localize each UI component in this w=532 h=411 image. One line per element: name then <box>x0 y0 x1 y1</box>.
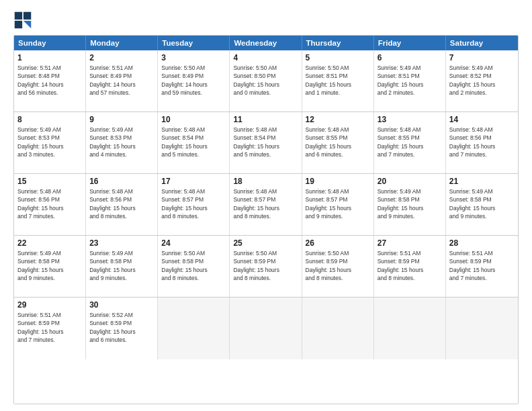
day-cell-10: 10Sunrise: 5:48 AM Sunset: 8:54 PM Dayli… <box>158 112 230 173</box>
day-info: Sunrise: 5:50 AM Sunset: 8:59 PM Dayligh… <box>306 249 370 282</box>
day-info: Sunrise: 5:49 AM Sunset: 8:53 PM Dayligh… <box>17 126 82 158</box>
day-number: 17 <box>161 177 226 186</box>
day-cell-27: 27Sunrise: 5:51 AM Sunset: 8:59 PM Dayli… <box>374 236 446 297</box>
day-number: 18 <box>233 177 298 186</box>
day-number: 13 <box>378 115 442 124</box>
day-info: Sunrise: 5:49 AM Sunset: 8:52 PM Dayligh… <box>449 64 515 97</box>
header-day-wednesday: Wednesday <box>230 36 302 50</box>
day-number: 7 <box>449 53 515 62</box>
day-number: 22 <box>17 238 82 248</box>
day-cell-6: 6Sunrise: 5:49 AM Sunset: 8:51 PM Daylig… <box>374 50 446 111</box>
day-info: Sunrise: 5:49 AM Sunset: 8:58 PM Dayligh… <box>89 249 154 282</box>
day-number: 30 <box>89 300 154 310</box>
day-cell-8: 8Sunrise: 5:49 AM Sunset: 8:53 PM Daylig… <box>14 112 86 173</box>
logo <box>13 11 35 30</box>
day-cell-3: 3Sunrise: 5:50 AM Sunset: 8:49 PM Daylig… <box>158 50 230 111</box>
day-number: 16 <box>89 177 154 186</box>
page: SundayMondayTuesdayWednesdayThursdayFrid… <box>0 0 532 411</box>
day-number: 25 <box>233 238 298 248</box>
day-number: 6 <box>378 53 442 62</box>
week-row-5: 29Sunrise: 5:51 AM Sunset: 8:59 PM Dayli… <box>14 298 518 359</box>
week-row-2: 8Sunrise: 5:49 AM Sunset: 8:53 PM Daylig… <box>14 112 518 174</box>
day-cell-empty <box>374 298 446 359</box>
day-cell-26: 26Sunrise: 5:50 AM Sunset: 8:59 PM Dayli… <box>302 236 374 297</box>
day-cell-16: 16Sunrise: 5:48 AM Sunset: 8:56 PM Dayli… <box>86 174 158 235</box>
day-info: Sunrise: 5:48 AM Sunset: 8:54 PM Dayligh… <box>233 126 298 158</box>
day-number: 12 <box>306 115 370 124</box>
day-info: Sunrise: 5:49 AM Sunset: 8:51 PM Dayligh… <box>378 64 442 97</box>
day-cell-30: 30Sunrise: 5:52 AM Sunset: 8:59 PM Dayli… <box>86 298 158 359</box>
day-cell-7: 7Sunrise: 5:49 AM Sunset: 8:52 PM Daylig… <box>446 50 518 111</box>
day-info: Sunrise: 5:50 AM Sunset: 8:58 PM Dayligh… <box>161 249 226 282</box>
header-day-friday: Friday <box>374 36 446 50</box>
calendar: SundayMondayTuesdayWednesdayThursdayFrid… <box>13 35 519 404</box>
day-info: Sunrise: 5:48 AM Sunset: 8:56 PM Dayligh… <box>449 126 515 158</box>
day-cell-19: 19Sunrise: 5:48 AM Sunset: 8:57 PM Dayli… <box>302 174 374 235</box>
week-row-1: 1Sunrise: 5:51 AM Sunset: 8:48 PM Daylig… <box>14 50 518 112</box>
day-cell-14: 14Sunrise: 5:48 AM Sunset: 8:56 PM Dayli… <box>446 112 518 173</box>
day-cell-12: 12Sunrise: 5:48 AM Sunset: 8:55 PM Dayli… <box>302 112 374 173</box>
day-number: 21 <box>449 177 515 186</box>
day-cell-15: 15Sunrise: 5:48 AM Sunset: 8:56 PM Dayli… <box>14 174 86 235</box>
day-info: Sunrise: 5:48 AM Sunset: 8:56 PM Dayligh… <box>89 187 154 220</box>
day-info: Sunrise: 5:49 AM Sunset: 8:58 PM Dayligh… <box>449 187 515 220</box>
day-number: 9 <box>89 115 154 124</box>
day-cell-17: 17Sunrise: 5:48 AM Sunset: 8:57 PM Dayli… <box>158 174 230 235</box>
day-cell-22: 22Sunrise: 5:49 AM Sunset: 8:58 PM Dayli… <box>14 236 86 297</box>
day-cell-21: 21Sunrise: 5:49 AM Sunset: 8:58 PM Dayli… <box>446 174 518 235</box>
header-day-monday: Monday <box>86 36 158 50</box>
day-info: Sunrise: 5:49 AM Sunset: 8:53 PM Dayligh… <box>89 126 154 158</box>
day-cell-18: 18Sunrise: 5:48 AM Sunset: 8:57 PM Dayli… <box>230 174 302 235</box>
day-cell-empty <box>446 298 518 359</box>
day-cell-2: 2Sunrise: 5:51 AM Sunset: 8:49 PM Daylig… <box>86 50 158 111</box>
day-cell-empty <box>302 298 374 359</box>
day-info: Sunrise: 5:51 AM Sunset: 8:49 PM Dayligh… <box>89 64 154 97</box>
day-info: Sunrise: 5:51 AM Sunset: 8:59 PM Dayligh… <box>449 249 515 282</box>
logo-icon <box>13 11 32 30</box>
day-info: Sunrise: 5:51 AM Sunset: 8:59 PM Dayligh… <box>378 249 442 282</box>
day-number: 19 <box>306 177 370 186</box>
svg-rect-2 <box>15 21 22 28</box>
day-cell-5: 5Sunrise: 5:50 AM Sunset: 8:51 PM Daylig… <box>302 50 374 111</box>
day-number: 20 <box>378 177 442 186</box>
day-cell-25: 25Sunrise: 5:50 AM Sunset: 8:59 PM Dayli… <box>230 236 302 297</box>
day-cell-28: 28Sunrise: 5:51 AM Sunset: 8:59 PM Dayli… <box>446 236 518 297</box>
day-number: 1 <box>17 53 82 62</box>
day-number: 29 <box>17 300 82 310</box>
day-number: 15 <box>17 177 82 186</box>
day-info: Sunrise: 5:49 AM Sunset: 8:58 PM Dayligh… <box>378 187 442 220</box>
day-cell-11: 11Sunrise: 5:48 AM Sunset: 8:54 PM Dayli… <box>230 112 302 173</box>
day-cell-13: 13Sunrise: 5:48 AM Sunset: 8:55 PM Dayli… <box>374 112 446 173</box>
day-number: 11 <box>233 115 298 124</box>
day-info: Sunrise: 5:48 AM Sunset: 8:56 PM Dayligh… <box>17 187 82 220</box>
day-info: Sunrise: 5:52 AM Sunset: 8:59 PM Dayligh… <box>89 311 154 344</box>
week-row-4: 22Sunrise: 5:49 AM Sunset: 8:58 PM Dayli… <box>14 236 518 298</box>
svg-rect-0 <box>15 12 22 19</box>
day-info: Sunrise: 5:50 AM Sunset: 8:49 PM Dayligh… <box>161 64 226 97</box>
day-cell-23: 23Sunrise: 5:49 AM Sunset: 8:58 PM Dayli… <box>86 236 158 297</box>
header <box>13 11 519 30</box>
day-cell-4: 4Sunrise: 5:50 AM Sunset: 8:50 PM Daylig… <box>230 50 302 111</box>
day-info: Sunrise: 5:51 AM Sunset: 8:59 PM Dayligh… <box>17 311 82 344</box>
day-info: Sunrise: 5:49 AM Sunset: 8:58 PM Dayligh… <box>17 249 82 282</box>
day-number: 24 <box>161 238 226 248</box>
day-info: Sunrise: 5:50 AM Sunset: 8:50 PM Dayligh… <box>233 64 298 97</box>
day-cell-9: 9Sunrise: 5:49 AM Sunset: 8:53 PM Daylig… <box>86 112 158 173</box>
day-cell-1: 1Sunrise: 5:51 AM Sunset: 8:48 PM Daylig… <box>14 50 86 111</box>
week-row-3: 15Sunrise: 5:48 AM Sunset: 8:56 PM Dayli… <box>14 174 518 236</box>
day-number: 14 <box>449 115 515 124</box>
calendar-body: 1Sunrise: 5:51 AM Sunset: 8:48 PM Daylig… <box>14 50 518 359</box>
header-day-tuesday: Tuesday <box>158 36 230 50</box>
day-cell-24: 24Sunrise: 5:50 AM Sunset: 8:58 PM Dayli… <box>158 236 230 297</box>
svg-marker-3 <box>24 21 31 28</box>
day-cell-empty <box>158 298 230 359</box>
header-day-saturday: Saturday <box>446 36 518 50</box>
day-number: 28 <box>449 238 515 248</box>
day-info: Sunrise: 5:48 AM Sunset: 8:57 PM Dayligh… <box>161 187 226 220</box>
day-info: Sunrise: 5:48 AM Sunset: 8:57 PM Dayligh… <box>306 187 370 220</box>
svg-rect-1 <box>24 12 31 19</box>
day-number: 8 <box>17 115 82 124</box>
day-info: Sunrise: 5:51 AM Sunset: 8:48 PM Dayligh… <box>17 64 82 97</box>
day-number: 5 <box>306 53 370 62</box>
day-cell-20: 20Sunrise: 5:49 AM Sunset: 8:58 PM Dayli… <box>374 174 446 235</box>
